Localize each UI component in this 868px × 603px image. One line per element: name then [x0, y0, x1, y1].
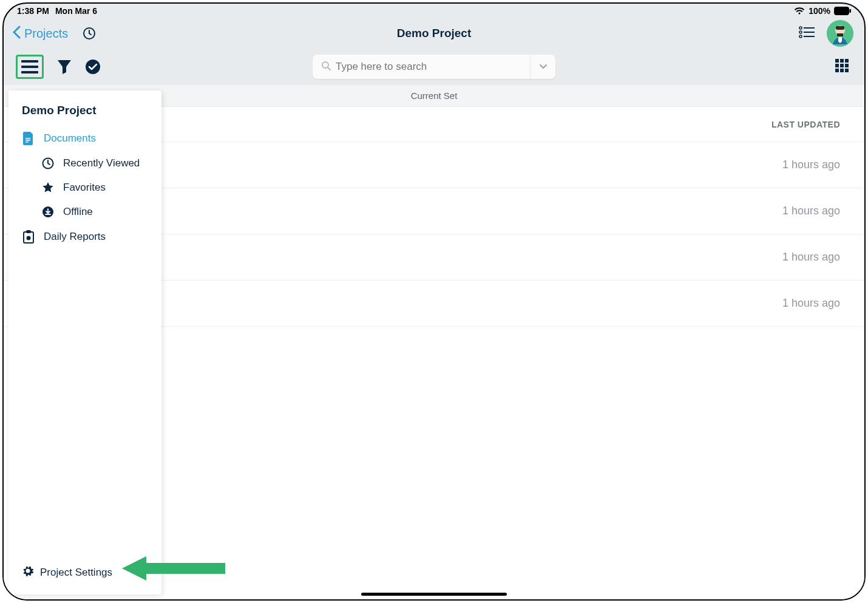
svg-marker-33	[122, 556, 225, 581]
status-bar: 1:38 PM Mon Mar 6 100%	[4, 4, 864, 18]
nav-header: Projects Demo Project	[4, 18, 864, 49]
gear-icon	[22, 565, 34, 580]
svg-rect-20	[840, 64, 844, 67]
sidebar-item-documents[interactable]: Documents	[8, 126, 161, 151]
document-icon	[22, 132, 35, 145]
history-icon[interactable]	[83, 27, 96, 40]
filter-icon[interactable]	[57, 59, 72, 75]
svg-point-5	[799, 31, 802, 33]
home-indicator	[361, 593, 507, 596]
sidebar-item-daily-reports[interactable]: Daily Reports	[8, 224, 161, 250]
svg-point-7	[799, 35, 802, 38]
wifi-icon	[794, 7, 805, 15]
status-date: Mon Mar 6	[55, 6, 97, 16]
sidebar-item-label: Recently Viewed	[63, 157, 140, 169]
svg-point-3	[799, 27, 802, 29]
sidebar-item-offline[interactable]: Offline	[8, 200, 161, 224]
svg-rect-25	[25, 138, 30, 139]
sidebar-item-label: Project Settings	[40, 567, 112, 579]
hamburger-icon	[21, 60, 38, 73]
svg-rect-23	[840, 69, 844, 72]
clipboard-icon	[22, 230, 35, 244]
svg-point-32	[27, 236, 31, 240]
column-header-updated[interactable]: LAST UPDATED	[771, 120, 840, 129]
svg-rect-21	[845, 64, 849, 67]
search-input[interactable]	[336, 61, 521, 73]
sidebar-item-favorites[interactable]: Favorites	[8, 175, 161, 200]
svg-rect-16	[835, 59, 839, 63]
back-chevron-icon[interactable]	[12, 24, 21, 43]
svg-rect-17	[840, 59, 844, 63]
svg-rect-27	[25, 141, 29, 143]
back-label[interactable]: Projects	[24, 27, 68, 41]
row-updated: 1 hours ago	[782, 251, 840, 264]
annotation-arrow-icon	[122, 554, 225, 582]
svg-rect-19	[835, 64, 839, 67]
search-dropdown-toggle[interactable]	[530, 55, 555, 79]
svg-rect-24	[845, 69, 849, 72]
svg-line-15	[328, 67, 330, 70]
svg-rect-0	[835, 7, 849, 15]
list-options-icon[interactable]	[799, 26, 816, 41]
row-updated: 1 hours ago	[782, 205, 840, 217]
grid-view-icon[interactable]	[835, 64, 849, 74]
status-time: 1:38 PM	[17, 6, 49, 16]
page-title: Demo Project	[397, 27, 471, 40]
sidebar-drawer: Demo Project Documents Recently Viewed F…	[8, 90, 161, 594]
sidebar-item-label: Offline	[63, 206, 93, 218]
section-label: Current Set	[411, 90, 458, 101]
star-icon	[41, 182, 55, 194]
sidebar-item-recently-viewed[interactable]: Recently Viewed	[8, 151, 161, 175]
svg-rect-1	[850, 9, 852, 13]
select-mode-icon[interactable]	[85, 59, 101, 75]
svg-point-13	[86, 60, 100, 74]
svg-rect-26	[25, 140, 30, 141]
svg-rect-18	[845, 59, 849, 63]
avatar[interactable]	[827, 20, 853, 47]
svg-rect-31	[26, 230, 31, 233]
row-updated: 1 hours ago	[782, 297, 840, 310]
sidebar-item-label: Favorites	[63, 182, 106, 194]
search-icon	[321, 61, 331, 73]
battery-icon	[834, 7, 851, 15]
drawer-title: Demo Project	[8, 104, 161, 126]
app-window: 1:38 PM Mon Mar 6 100% Projects Demo Pro…	[2, 2, 866, 601]
status-battery-text: 100%	[809, 6, 830, 16]
clock-icon	[41, 157, 55, 169]
svg-rect-12	[837, 33, 843, 36]
search-bar[interactable]	[313, 55, 555, 79]
sidebar-item-label: Documents	[44, 132, 96, 145]
row-updated: 1 hours ago	[782, 158, 840, 171]
toolbar	[4, 49, 864, 85]
download-icon	[41, 206, 55, 218]
svg-rect-22	[835, 69, 839, 72]
sidebar-item-label: Daily Reports	[44, 231, 106, 243]
menu-button[interactable]	[16, 55, 44, 79]
svg-rect-11	[836, 26, 844, 30]
